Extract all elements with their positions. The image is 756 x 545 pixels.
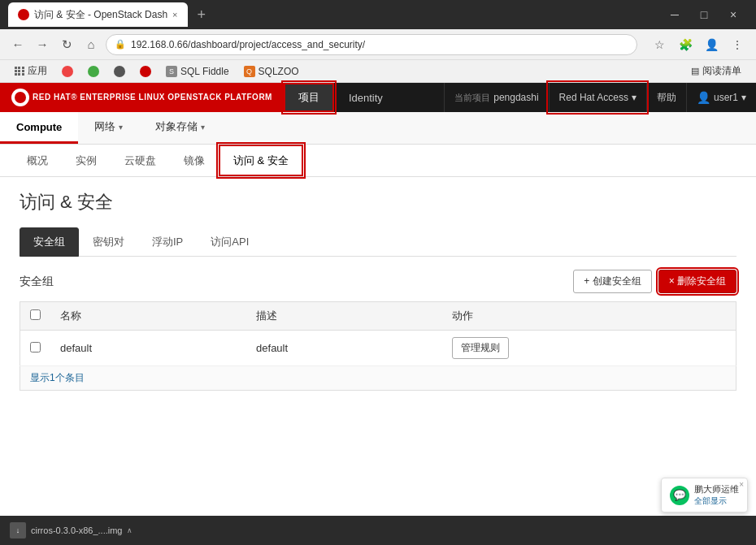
minimize-button[interactable]: ─: [660, 0, 689, 29]
row-action-cell: 管理规则: [442, 331, 736, 366]
user-item[interactable]: 👤 user1 ▾: [686, 83, 756, 112]
create-security-group-button[interactable]: + 创建安全组: [573, 270, 651, 293]
table-footer-text: 显示1个条目: [30, 372, 85, 383]
bookmark-dot4[interactable]: [133, 64, 158, 79]
bookmark-dot1[interactable]: [55, 64, 80, 79]
sub-tab-keypair[interactable]: 密钥对: [79, 227, 138, 257]
red-hat-access-dropdown: ▾: [632, 92, 637, 103]
object-storage-chevron-icon: ▾: [201, 123, 205, 132]
favicon-icon: [18, 9, 29, 20]
red-hat-access[interactable]: Red Hat Access ▾: [549, 83, 646, 112]
nav-project-label: 项目: [298, 90, 319, 105]
bookmark-dot3[interactable]: [107, 64, 132, 79]
status-bar: ↓ cirros-0.3.0-x86_....img ∧: [0, 516, 756, 545]
bookmark-dot2[interactable]: [81, 64, 106, 79]
current-project[interactable]: 当前项目 pengdashi: [444, 83, 548, 112]
reader-mode[interactable]: ▤ 阅读清单: [684, 63, 748, 80]
user-label: user1: [714, 92, 738, 103]
table-row: default default 管理规则: [20, 331, 736, 366]
sub-tab-floating-ip[interactable]: 浮动IP: [138, 227, 197, 257]
section-title: 安全组: [20, 275, 54, 289]
tab-access-security-label: 访问 & 安全: [233, 154, 289, 168]
bookmark-sqlzoo[interactable]: Q SQLZOO: [237, 64, 306, 79]
col-name-header: 名称: [50, 302, 246, 331]
red-hat-access-label: Red Hat Access: [559, 92, 628, 103]
user-dropdown: ▾: [741, 92, 746, 103]
subnav-object-storage[interactable]: 对象存储 ▾: [139, 112, 221, 144]
tab-instances[interactable]: 实例: [62, 145, 111, 176]
apps-grid-icon: [15, 67, 24, 76]
sub-tab-floating-ip-label: 浮动IP: [152, 236, 183, 248]
download-filename: cirros-0.3.0-x86_....img: [31, 526, 122, 535]
row-checkbox[interactable]: [30, 342, 41, 353]
wechat-sublabel: 全部显示: [694, 495, 739, 507]
bookmark-apps[interactable]: 应用: [8, 63, 54, 80]
nav-identity-label: Identity: [349, 92, 383, 104]
wechat-widget[interactable]: 💬 鹏大师运维 全部显示 ×: [661, 478, 748, 513]
section-actions: + 创建安全组 × 删除安全组: [573, 270, 736, 293]
lock-icon: 🔒: [115, 39, 126, 50]
os-logo: RED HAT® ENTERPRISE LINUX OPENSTACK PLAT…: [0, 83, 284, 112]
help-item[interactable]: 帮助: [646, 83, 686, 112]
row-description-cell: default: [246, 331, 442, 366]
os-tabs-bar: 概况 实例 云硬盘 镜像 访问 & 安全: [0, 145, 756, 177]
network-chevron-icon: ▾: [119, 123, 123, 132]
maximize-button[interactable]: □: [689, 0, 719, 29]
reader-mode-label: 阅读清单: [702, 64, 741, 78]
os-logo-text: RED HAT® ENTERPRISE LINUX OPENSTACK PLAT…: [33, 93, 272, 102]
os-nav-items: 项目 Identity: [284, 83, 444, 112]
nav-item-identity[interactable]: Identity: [334, 83, 398, 112]
new-tab-button[interactable]: +: [198, 6, 206, 24]
os-subbar: Compute 网络 ▾ 对象存储 ▾: [0, 112, 756, 145]
download-file-icon: ↓: [10, 522, 26, 539]
current-project-label: 当前项目: [454, 92, 490, 104]
sub-tab-api-access[interactable]: 访问API: [197, 227, 263, 257]
browser-tab[interactable]: 访问 & 安全 - OpenStack Dash ×: [8, 2, 188, 27]
subnav-network[interactable]: 网络 ▾: [78, 112, 139, 144]
tab-overview-label: 概况: [27, 154, 48, 168]
tab-overview[interactable]: 概况: [13, 145, 62, 176]
row-checkbox-cell: [20, 331, 51, 366]
row-description: default: [256, 342, 288, 354]
sub-tab-api-access-label: 访问API: [211, 236, 249, 248]
manage-rules-button[interactable]: 管理规则: [452, 337, 509, 359]
tab-access-security[interactable]: 访问 & 安全: [219, 145, 303, 176]
download-item[interactable]: ↓ cirros-0.3.0-x86_....img ∧: [10, 522, 133, 539]
os-nav-right: 当前项目 pengdashi Red Hat Access ▾ 帮助 👤 use…: [444, 83, 756, 112]
reload-button[interactable]: ↻: [57, 35, 76, 54]
wechat-icon: 💬: [670, 486, 689, 505]
subnav-compute-label: Compute: [16, 121, 62, 133]
sub-tabs: 安全组 密钥对 浮动IP 访问API: [20, 227, 736, 257]
bookmark-sqlzoo-label: SQLZOO: [259, 66, 299, 77]
sub-tab-security-group[interactable]: 安全组: [20, 227, 79, 257]
home-button[interactable]: ⌂: [81, 35, 101, 54]
extensions-button[interactable]: 🧩: [675, 34, 696, 55]
nav-item-project[interactable]: 项目: [284, 83, 334, 112]
subnav-compute[interactable]: Compute: [0, 112, 78, 144]
address-bar[interactable]: 🔒 192.168.0.66/dashboard/project/access_…: [106, 34, 637, 55]
browser-titlebar: 访问 & 安全 - OpenStack Dash × + ─ □ ×: [0, 0, 756, 29]
subnav-object-storage-label: 对象存储: [155, 119, 198, 134]
star-button[interactable]: ☆: [649, 34, 670, 55]
tab-title: 访问 & 安全 - OpenStack Dash: [34, 8, 167, 22]
download-chevron-icon[interactable]: ∧: [127, 526, 133, 534]
section-header: 安全组 + 创建安全组 × 删除安全组: [20, 270, 736, 293]
select-all-checkbox[interactable]: [30, 309, 41, 320]
tab-volumes[interactable]: 云硬盘: [111, 145, 170, 176]
tab-close-button[interactable]: ×: [172, 10, 177, 19]
menu-button[interactable]: ⋮: [727, 34, 748, 55]
account-button[interactable]: 👤: [701, 34, 722, 55]
close-button[interactable]: ×: [719, 0, 748, 29]
tab-images[interactable]: 镜像: [170, 145, 219, 176]
delete-security-group-button[interactable]: × 删除安全组: [658, 270, 736, 293]
forward-button[interactable]: →: [33, 35, 52, 54]
bookmarks-bar: 应用 S SQL Fiddle Q SQLZOO ▤ 阅读清单: [0, 60, 756, 83]
table-header-row: 名称 描述 动作: [20, 302, 736, 331]
back-button[interactable]: ←: [8, 35, 28, 54]
wechat-close-button[interactable]: ×: [739, 480, 744, 489]
bookmark-sql-fiddle[interactable]: S SQL Fiddle: [159, 64, 236, 79]
row-name: default: [60, 342, 92, 354]
row-name-cell[interactable]: default: [50, 331, 246, 366]
current-project-value: pengdashi: [493, 92, 538, 103]
apps-label: 应用: [28, 64, 47, 78]
